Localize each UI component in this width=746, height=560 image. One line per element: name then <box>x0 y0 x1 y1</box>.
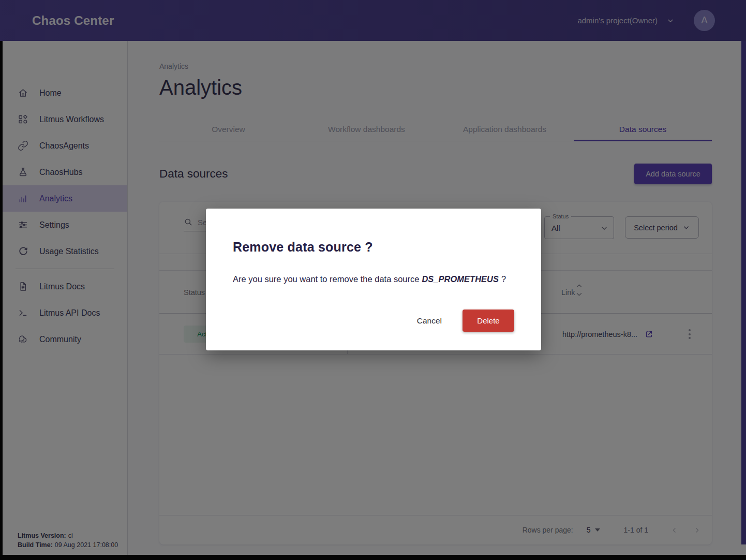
cancel-button[interactable]: Cancel <box>417 316 442 326</box>
dialog-title: Remove data source ? <box>233 240 373 255</box>
dialog-body: Are you sure you want to remove the data… <box>233 274 506 284</box>
dialog-body-text: Are you sure you want to remove the data… <box>233 274 419 284</box>
remove-data-source-dialog: Remove data source ? Are you sure you wa… <box>206 209 541 350</box>
data-source-name: DS_PROMETHEUS <box>422 274 499 284</box>
dialog-body-suffix: ? <box>501 274 506 284</box>
delete-button[interactable]: Delete <box>462 310 514 332</box>
chaos-center-app: Chaos Center admin's project(Owner) A Ho… <box>0 0 746 560</box>
